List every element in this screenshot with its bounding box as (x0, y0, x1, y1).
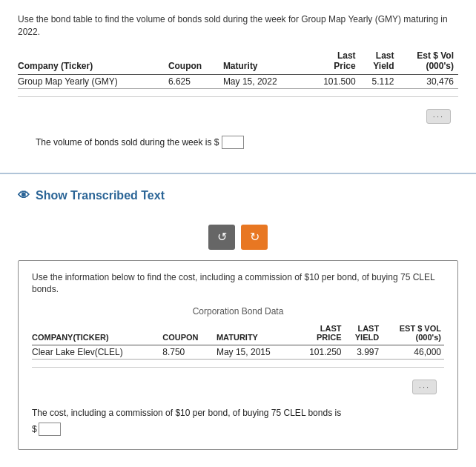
cell2-last-price: 101.250 (296, 345, 345, 360)
answer-input-1[interactable] (222, 136, 244, 149)
redo-button[interactable]: ↻ (241, 225, 268, 250)
cell2-last-yield: 3.997 (345, 345, 383, 360)
col2-maturity: MATURITY (216, 322, 296, 345)
eye-icon: 👁 (18, 189, 30, 202)
instruction1: Use the bond table to find the volume of… (18, 13, 458, 39)
bond-table-2: COMPANY(TICKER) COUPON MATURITY LAST PRI… (32, 322, 444, 360)
col2-est-vol: EST $ VOL (000's) (382, 322, 444, 345)
answer-label-2: The cost, including a commission of $10 … (32, 406, 444, 420)
table-row: Group Map Yearly (GMY) 6.625 May 15, 202… (18, 74, 458, 88)
undo-button[interactable]: ↺ (208, 225, 235, 250)
col-company: Company (Ticker) (18, 49, 168, 75)
button-row: ↺ ↻ (18, 225, 458, 250)
col2-last-yield: LAST YIELD (345, 322, 383, 345)
answer-input-row-2: $ (32, 423, 444, 436)
toolbar-menu-button-2[interactable]: ··· (412, 380, 437, 394)
cell2-est-vol: 46,000 (382, 345, 444, 360)
col-last-yield: Last Yield (360, 49, 399, 75)
col2-last-price: LAST PRICE (296, 322, 345, 345)
table-row-2: Clear Lake Elev(CLEL) 8.750 May 15, 2015… (32, 345, 444, 360)
cell-last-yield: 5.112 (360, 74, 399, 88)
cell-maturity: May 15, 2022 (223, 74, 307, 88)
divider (18, 96, 458, 97)
toolbar-right: ··· (18, 105, 458, 128)
cell-company: Group Map Yearly (GMY) (18, 74, 168, 88)
answer-label-1: The volume of bonds sold during the week… (36, 137, 219, 148)
bottom-answer-section: The cost, including a commission of $10 … (32, 399, 444, 439)
col-last-price: Last Price (307, 49, 360, 75)
cell2-coupon: 8.750 (162, 345, 216, 360)
divider2 (32, 367, 444, 368)
dollar-sign: $ (32, 423, 37, 436)
cell-est-vol: 30,476 (399, 74, 459, 88)
answer-input-2[interactable] (39, 423, 61, 436)
answer-row-1: The volume of bonds sold during the week… (18, 128, 458, 161)
show-transcribed-label: Show Transcribed Text (36, 189, 165, 202)
bottom-box: Use the information below to find the co… (18, 260, 458, 451)
section1: Use the bond table to find the volume of… (0, 0, 476, 173)
bond-table-1: Company (Ticker) Coupon Maturity Last Pr… (18, 49, 458, 89)
section2: ↺ ↻ Use the information below to find th… (0, 217, 476, 458)
col2-coupon: COUPON (162, 322, 216, 345)
cell-last-price: 101.500 (307, 74, 360, 88)
cell2-maturity: May 15, 2015 (216, 345, 296, 360)
section-divider (0, 173, 476, 174)
toolbar-right-2: ··· (32, 375, 444, 399)
toolbar-menu-button[interactable]: ··· (426, 109, 451, 124)
col-maturity: Maturity (223, 49, 307, 75)
cell-coupon: 6.625 (168, 74, 223, 88)
cell2-company: Clear Lake Elev(CLEL) (32, 345, 162, 360)
corp-title: Corporation Bond Data (32, 306, 444, 317)
col-coupon: Coupon (168, 49, 223, 75)
instruction2: Use the information below to find the co… (32, 271, 444, 297)
col-est-vol: Est $ Vol (000's) (399, 49, 459, 75)
show-transcribed-toggle[interactable]: 👁 Show Transcribed Text (0, 183, 476, 217)
col2-company: COMPANY(TICKER) (32, 322, 162, 345)
